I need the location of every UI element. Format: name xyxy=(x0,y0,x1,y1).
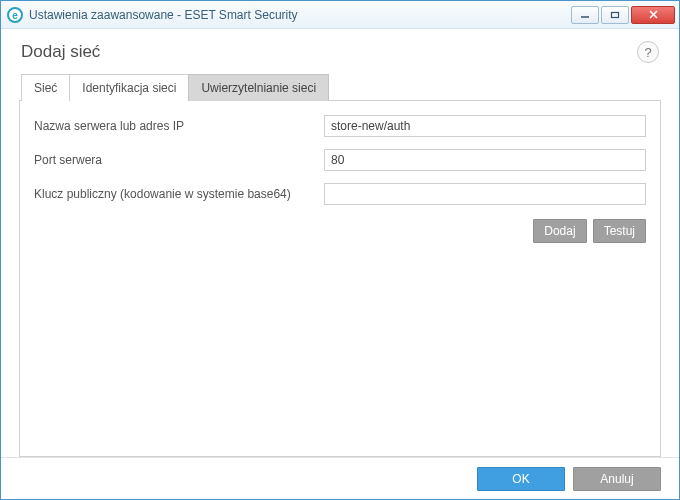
tab-network[interactable]: Sieć xyxy=(21,74,70,101)
tab-content: Nazwa serwera lub adres IP Port serwera … xyxy=(19,100,661,457)
pubkey-input[interactable] xyxy=(324,183,646,205)
label-port: Port serwera xyxy=(34,149,324,169)
row-pubkey: Klucz publiczny (kodowanie w systemie ba… xyxy=(34,183,646,205)
row-server: Nazwa serwera lub adres IP xyxy=(34,115,646,137)
port-input[interactable] xyxy=(324,149,646,171)
window-root: e Ustawienia zaawansowane - ESET Smart S… xyxy=(0,0,680,500)
tab-identification[interactable]: Identyfikacja sieci xyxy=(69,74,189,101)
dialog-header: Dodaj sieć ? xyxy=(1,29,679,73)
close-button[interactable] xyxy=(631,6,675,24)
label-server: Nazwa serwera lub adres IP xyxy=(34,115,324,135)
action-buttons: Dodaj Testuj xyxy=(34,219,646,243)
titlebar: e Ustawienia zaawansowane - ESET Smart S… xyxy=(1,1,679,29)
maximize-button[interactable] xyxy=(601,6,629,24)
window-controls xyxy=(571,6,675,24)
tab-authentication[interactable]: Uwierzytelnianie sieci xyxy=(188,74,329,101)
window-title: Ustawienia zaawansowane - ESET Smart Sec… xyxy=(29,8,571,22)
tab-strip: Sieć Identyfikacja sieci Uwierzytelniani… xyxy=(19,73,661,100)
add-button[interactable]: Dodaj xyxy=(533,219,586,243)
server-input[interactable] xyxy=(324,115,646,137)
test-button[interactable]: Testuj xyxy=(593,219,646,243)
app-icon: e xyxy=(7,7,23,23)
minimize-button[interactable] xyxy=(571,6,599,24)
help-button[interactable]: ? xyxy=(637,41,659,63)
ok-button[interactable]: OK xyxy=(477,467,565,491)
page-title: Dodaj sieć xyxy=(21,42,637,62)
label-pubkey: Klucz publiczny (kodowanie w systemie ba… xyxy=(34,183,324,203)
main-panel: Sieć Identyfikacja sieci Uwierzytelniani… xyxy=(19,73,661,457)
dialog-footer: OK Anuluj xyxy=(1,457,679,499)
svg-rect-1 xyxy=(612,12,619,17)
cancel-button[interactable]: Anuluj xyxy=(573,467,661,491)
row-port: Port serwera xyxy=(34,149,646,171)
